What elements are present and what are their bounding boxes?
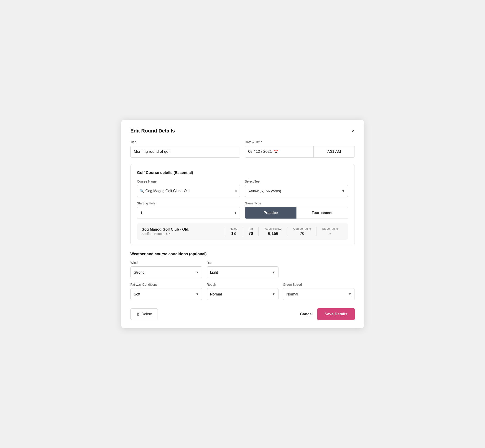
select-tee-dropdown[interactable]: Yellow (6,156 yards) White (6,600 yards)… — [245, 185, 348, 197]
game-type-toggle: Practice Tournament — [245, 207, 348, 219]
yards-value: 6,156 — [268, 231, 278, 236]
modal-title: Edit Round Details — [130, 128, 175, 134]
starting-hole-wrap: 1 10 ▼ — [137, 207, 241, 219]
title-field-group: Title — [130, 140, 241, 158]
starting-hole-dropdown[interactable]: 1 10 — [137, 207, 241, 219]
select-tee-label: Select Tee — [245, 180, 348, 183]
fairway-dropdown[interactable]: Dry Normal Soft Wet — [130, 288, 202, 300]
course-name-col: Course Name 🔍 ✕ — [137, 180, 241, 197]
delete-label: Delete — [142, 312, 152, 316]
fairway-col: Fairway Conditions Dry Normal Soft Wet ▼ — [130, 283, 202, 300]
course-stat-holes: Holes 18 — [224, 227, 243, 236]
conditions-section: Weather and course conditions (optional)… — [130, 252, 355, 300]
rain-label: Rain — [207, 261, 278, 264]
footer-right: Cancel Save Details — [300, 308, 355, 320]
holes-value: 18 — [231, 231, 236, 236]
starting-hole-label: Starting Hole — [137, 201, 241, 205]
green-speed-dropdown[interactable]: Slow Normal Fast Very Fast — [283, 288, 355, 300]
course-info-name-text: Gog Magog Golf Club - Old, — [142, 227, 224, 232]
course-info-location: Shelford Bottom, UK — [142, 232, 224, 236]
starting-hole-col: Starting Hole 1 10 ▼ — [137, 201, 241, 219]
game-type-col: Game Type Practice Tournament — [245, 201, 348, 219]
footer-row: 🗑 Delete Cancel Save Details — [130, 306, 355, 320]
wind-col: Wind Calm Light Moderate Strong Very Str… — [130, 261, 202, 278]
time-value: 7:31 AM — [327, 149, 341, 154]
hole-gametype-row: Starting Hole 1 10 ▼ Game Type Practice … — [137, 201, 348, 219]
title-label: Title — [130, 140, 241, 144]
rough-wrap: Short Normal Long Very Long ▼ — [207, 288, 278, 300]
rough-label: Rough — [207, 283, 278, 286]
holes-label: Holes — [230, 227, 237, 230]
title-input[interactable] — [130, 146, 241, 158]
conditions-title: Weather and course conditions (optional) — [130, 252, 355, 256]
rain-wrap: None Light Moderate Heavy ▼ — [207, 266, 278, 278]
game-type-label: Game Type — [245, 201, 348, 205]
close-button[interactable]: × — [352, 128, 355, 133]
practice-button[interactable]: Practice — [245, 207, 297, 218]
golf-course-section: Golf Course details (Essential) Course N… — [130, 164, 355, 245]
green-speed-col: Green Speed Slow Normal Fast Very Fast ▼ — [283, 283, 355, 300]
golf-course-section-title: Golf Course details (Essential) — [137, 170, 348, 175]
wind-label: Wind — [130, 261, 202, 264]
rough-col: Rough Short Normal Long Very Long ▼ — [207, 283, 278, 300]
clear-course-icon[interactable]: ✕ — [234, 189, 237, 193]
tournament-button[interactable]: Tournament — [297, 207, 348, 218]
rain-col: Rain None Light Moderate Heavy ▼ — [207, 261, 278, 278]
green-speed-label: Green Speed — [283, 283, 355, 286]
cancel-button[interactable]: Cancel — [300, 312, 313, 316]
course-stat-slope-rating: Slope rating - — [316, 227, 343, 236]
time-part[interactable]: 7:31 AM — [314, 146, 355, 157]
course-info-row: Gog Magog Golf Club - Old, Shelford Bott… — [137, 223, 348, 240]
slope-rating-value: - — [330, 231, 331, 236]
rough-dropdown[interactable]: Short Normal Long Very Long — [207, 288, 278, 300]
course-stat-yards: Yards(Yellow) 6,156 — [259, 227, 288, 236]
course-tee-row: Course Name 🔍 ✕ Select Tee Yellow (6,156… — [137, 180, 348, 197]
save-details-button[interactable]: Save Details — [317, 308, 355, 320]
par-value: 70 — [248, 231, 253, 236]
select-tee-wrap: Yellow (6,156 yards) White (6,600 yards)… — [245, 185, 348, 197]
wind-rain-row: Wind Calm Light Moderate Strong Very Str… — [130, 261, 355, 278]
par-label: Par — [248, 227, 253, 230]
course-stat-course-rating: Course rating 70 — [288, 227, 316, 236]
course-name-label: Course Name — [137, 180, 241, 183]
wind-wrap: Calm Light Moderate Strong Very Strong ▼ — [130, 266, 202, 278]
edit-round-modal: Edit Round Details × Title Date & Time 0… — [121, 120, 364, 328]
course-stat-par: Par 70 — [243, 227, 259, 236]
datetime-label: Date & Time — [245, 140, 355, 144]
wind-dropdown[interactable]: Calm Light Moderate Strong Very Strong — [130, 266, 202, 278]
yards-label: Yards(Yellow) — [264, 227, 282, 230]
modal-header: Edit Round Details × — [130, 128, 355, 134]
course-search-wrap: 🔍 ✕ — [137, 185, 241, 197]
fairway-rough-green-row: Fairway Conditions Dry Normal Soft Wet ▼… — [130, 283, 355, 300]
slope-rating-label: Slope rating — [322, 227, 338, 230]
course-rating-label: Course rating — [293, 227, 311, 230]
course-info-name: Gog Magog Golf Club - Old, Shelford Bott… — [142, 227, 224, 236]
fairway-label: Fairway Conditions — [130, 283, 202, 286]
datetime-inner: 05 / 12 / 2021 📅 7:31 AM — [245, 146, 355, 158]
select-tee-col: Select Tee Yellow (6,156 yards) White (6… — [245, 180, 348, 197]
fairway-wrap: Dry Normal Soft Wet ▼ — [130, 288, 202, 300]
course-name-input[interactable] — [137, 185, 241, 197]
green-speed-wrap: Slow Normal Fast Very Fast ▼ — [283, 288, 355, 300]
trash-icon: 🗑 — [136, 312, 140, 316]
course-rating-value: 70 — [300, 231, 304, 236]
spacer-col — [283, 261, 355, 278]
rain-dropdown[interactable]: None Light Moderate Heavy — [207, 266, 278, 278]
date-value: 05 / 12 / 2021 — [248, 149, 272, 154]
datetime-field-group: Date & Time 05 / 12 / 2021 📅 7:31 AM — [245, 140, 355, 158]
top-row: Title Date & Time 05 / 12 / 2021 📅 7:31 … — [130, 140, 355, 158]
delete-button[interactable]: 🗑 Delete — [130, 308, 158, 320]
search-icon: 🔍 — [140, 189, 144, 193]
calendar-icon: 📅 — [274, 150, 278, 154]
date-part[interactable]: 05 / 12 / 2021 📅 — [245, 146, 314, 157]
